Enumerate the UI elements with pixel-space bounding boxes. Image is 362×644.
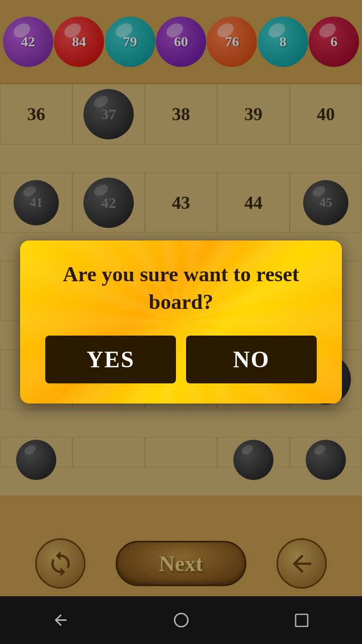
dialog-message: Are you sure want to reset board?: [45, 261, 317, 315]
dialog-buttons: YES NO: [45, 336, 317, 383]
yes-button[interactable]: YES: [45, 336, 176, 383]
no-button[interactable]: NO: [186, 336, 317, 383]
dialog-overlay: Are you sure want to reset board? YES NO: [0, 0, 362, 644]
reset-dialog: Are you sure want to reset board? YES NO: [20, 240, 342, 404]
